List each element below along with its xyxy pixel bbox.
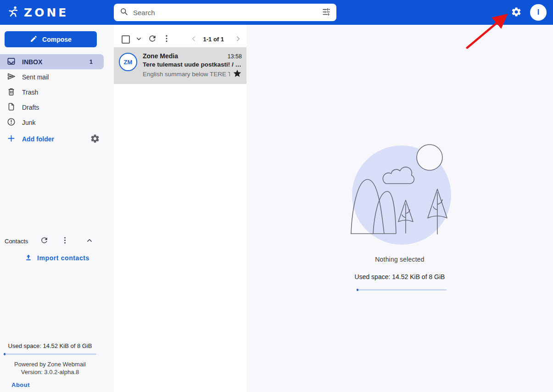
previous-page-button[interactable] bbox=[190, 35, 198, 44]
folder-settings-button[interactable] bbox=[90, 134, 100, 145]
select-dropdown-button[interactable] bbox=[135, 35, 143, 44]
pagination: 1-1 of 1 bbox=[185, 35, 243, 44]
chevron-right-icon bbox=[234, 35, 242, 44]
header-actions: I bbox=[511, 0, 547, 25]
search-icon bbox=[119, 7, 128, 18]
quota-text: Used space: 14.52 KiB of 8 GiB bbox=[4, 342, 96, 349]
sidebar-footer: Used space: 14.52 KiB of 8 GiB Powered b… bbox=[4, 339, 96, 389]
quota-text: Used space: 14.52 KiB of 8 GiB bbox=[246, 273, 553, 280]
avatar-initial: I bbox=[537, 8, 539, 17]
folder-label: Sent mail bbox=[22, 73, 49, 81]
send-icon bbox=[6, 72, 16, 83]
runner-icon bbox=[7, 6, 20, 20]
quota-progress-fill bbox=[357, 289, 358, 291]
sidebar-item-junk[interactable]: Junk bbox=[0, 115, 114, 130]
email-preview: English summary below TERE T… bbox=[143, 71, 230, 78]
top-bar: ZONE bbox=[0, 0, 553, 25]
import-contacts-button[interactable]: Import contacts bbox=[0, 252, 114, 264]
empty-state-label: Nothing selected bbox=[246, 256, 553, 263]
empty-state-illustration bbox=[346, 140, 457, 250]
draft-icon bbox=[6, 102, 16, 113]
add-folder-button[interactable]: Add folder bbox=[0, 131, 114, 146]
folder-settings-gear-icon bbox=[90, 134, 100, 145]
upload-icon bbox=[24, 253, 33, 263]
search-filters-button[interactable] bbox=[322, 7, 331, 18]
sidebar-item-trash[interactable]: Trash bbox=[0, 84, 114, 100]
star-icon bbox=[233, 69, 242, 79]
search-input[interactable] bbox=[133, 9, 322, 17]
quota-progress-bar bbox=[4, 353, 96, 355]
list-more-button[interactable] bbox=[162, 34, 171, 45]
folder-label: Drafts bbox=[22, 104, 39, 111]
folder-list: INBOX 1 Sent mail bbox=[0, 54, 114, 146]
add-folder-label: Add folder bbox=[22, 135, 54, 143]
user-avatar[interactable]: I bbox=[530, 4, 547, 21]
chevron-left-icon bbox=[190, 35, 198, 44]
email-sender: Zone Media bbox=[143, 52, 224, 60]
import-contacts-label: Import contacts bbox=[37, 254, 89, 262]
folder-label: INBOX bbox=[22, 58, 42, 66]
contacts-refresh-button[interactable] bbox=[40, 236, 49, 246]
contacts-title: Contacts bbox=[5, 238, 28, 245]
zone-webmail-app: ZONE bbox=[0, 0, 553, 392]
compose-label: Compose bbox=[42, 36, 72, 43]
pencil-icon bbox=[30, 35, 38, 44]
contacts-section-header: Contacts bbox=[5, 234, 109, 248]
folder-label: Junk bbox=[22, 119, 36, 126]
powered-by-text: Powered by Zone Webmail bbox=[4, 360, 96, 368]
email-content: Zone Media 13:58 Tere tulemast uude post… bbox=[143, 52, 242, 79]
message-list-toolbar: 1-1 of 1 bbox=[114, 25, 246, 47]
select-all-checkbox[interactable] bbox=[122, 35, 130, 44]
more-vert-icon bbox=[162, 34, 171, 45]
refresh-list-button[interactable] bbox=[148, 34, 157, 45]
sidebar-item-sent[interactable]: Sent mail bbox=[0, 69, 114, 84]
plus-icon bbox=[6, 134, 16, 145]
star-button[interactable] bbox=[233, 69, 242, 79]
more-vert-icon bbox=[61, 236, 69, 246]
inbox-icon bbox=[6, 56, 16, 67]
zone-logo[interactable]: ZONE bbox=[7, 0, 68, 25]
sender-initials: ZM bbox=[124, 59, 133, 66]
next-page-button[interactable] bbox=[234, 35, 242, 44]
refresh-icon bbox=[148, 34, 157, 45]
message-list-panel: 1-1 of 1 ZM Zone Media 13:58 bbox=[114, 25, 246, 392]
tune-icon bbox=[322, 7, 331, 18]
junk-alert-icon bbox=[6, 117, 16, 128]
pagination-label: 1-1 of 1 bbox=[203, 36, 224, 43]
email-time: 13:58 bbox=[228, 53, 242, 60]
folder-label: Trash bbox=[22, 89, 38, 96]
quota-progress-fill bbox=[4, 353, 6, 355]
search-bar[interactable] bbox=[114, 4, 336, 21]
compose-button[interactable]: Compose bbox=[5, 31, 97, 47]
sidebar-item-drafts[interactable]: Drafts bbox=[0, 100, 114, 115]
chevron-up-icon bbox=[85, 236, 94, 246]
email-subject: Tere tulemast uude postkasti! / … bbox=[143, 61, 242, 68]
settings-button[interactable] bbox=[511, 6, 522, 19]
unread-count-badge: 1 bbox=[89, 58, 93, 65]
sidebar-item-inbox[interactable]: INBOX 1 bbox=[0, 54, 104, 69]
sender-avatar: ZM bbox=[119, 53, 137, 71]
refresh-icon bbox=[40, 236, 49, 246]
chevron-down-icon bbox=[135, 35, 143, 44]
email-list-item[interactable]: ZM Zone Media 13:58 Tere tulemast uude p… bbox=[114, 47, 246, 84]
reading-pane: Nothing selected Used space: 14.52 KiB o… bbox=[246, 25, 553, 392]
settings-gear-icon bbox=[511, 6, 522, 19]
quota-progress-bar bbox=[357, 289, 447, 291]
trash-icon bbox=[6, 87, 16, 98]
brand-text: ZONE bbox=[24, 6, 68, 19]
contacts-more-button[interactable] bbox=[61, 236, 69, 246]
version-text: Version: 3.0.2-alpha.8 bbox=[4, 368, 96, 376]
about-link[interactable]: About bbox=[11, 381, 30, 388]
sidebar: Compose INBOX 1 Sent mail bbox=[0, 25, 114, 392]
contacts-collapse-button[interactable] bbox=[85, 236, 94, 246]
